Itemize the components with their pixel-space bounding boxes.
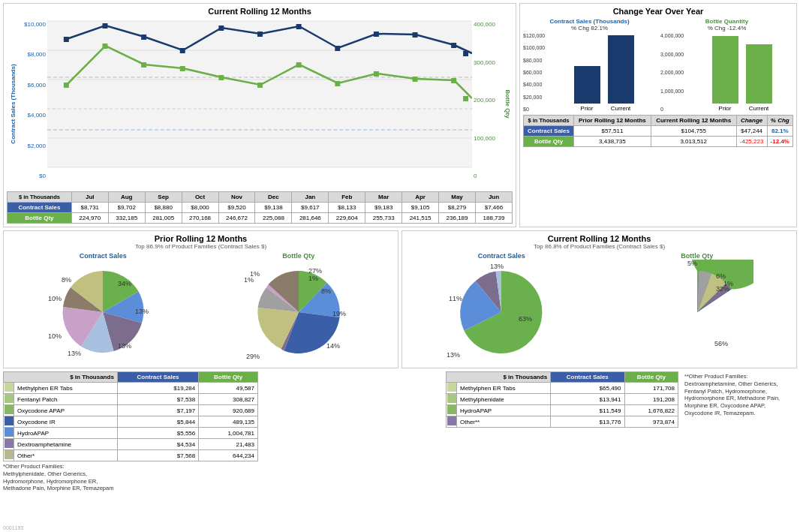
svg-text:13%: 13%	[490, 263, 504, 270]
svg-text:8%: 8%	[321, 287, 331, 295]
current-bottle-pie-svg: 56% 32% 5% 6% 1%	[641, 260, 753, 365]
svg-rect-10	[102, 23, 107, 29]
y-right-label: Bottle Qty	[504, 89, 511, 118]
watermark: 0001193	[3, 525, 23, 530]
table-row: Oxycodone APAP $7,197 920,689	[4, 405, 258, 416]
table-row: Oxycodone IR $5,844 489,135	[4, 416, 258, 428]
table-row: Methylphenidate $13,941 191,208	[447, 394, 678, 405]
y-left-ticks: $10,000 $8,000 $6,000 $4,000 $2,000 $0	[19, 17, 47, 190]
yoy-contract-section: Contract Sales (Thousands) % Chg 82.1% $…	[523, 18, 656, 112]
y-right-ticks: 400,000 300,000 200,000 100,000 0	[472, 17, 502, 190]
current-footnote-section: **Other Product Families:Dextroamphetami…	[684, 371, 797, 492]
svg-rect-23	[141, 62, 146, 68]
contract-bars: Prior Current	[552, 33, 656, 112]
svg-rect-14	[257, 32, 263, 37]
bottle-current-bar: Current	[746, 44, 772, 112]
prior-pies-subtitle: Top 86.9% of Product Families (Contract …	[7, 243, 395, 250]
table-row: Other** $13,776 973,874	[447, 416, 678, 428]
svg-text:56%: 56%	[714, 340, 728, 347]
table-row: HydroAPAP $11,549 1,676,822	[447, 405, 678, 416]
current-bottle-label: Bottle Qty	[681, 252, 713, 260]
svg-rect-13	[218, 26, 224, 31]
svg-text:5%: 5%	[687, 260, 697, 267]
svg-rect-0	[47, 21, 472, 167]
svg-text:1%: 1%	[308, 275, 318, 282]
prior-table-section: $ in Thousands Contract Sales Bottle Qty…	[3, 371, 258, 492]
svg-text:1%: 1%	[250, 270, 260, 278]
svg-rect-26	[257, 83, 263, 88]
current-contract-pie-svg: 63% 13% 11% 13%	[445, 260, 558, 365]
yoy-data-table: $ in Thousands Prior Rolling 12 Months C…	[523, 115, 793, 147]
chart-plot-area	[47, 17, 472, 190]
svg-rect-25	[218, 75, 224, 80]
table-row: Methylphen ER Tabs $65,490 171,708	[447, 383, 678, 394]
svg-rect-32	[463, 96, 468, 101]
svg-text:19%: 19%	[332, 310, 346, 317]
svg-text:27%: 27%	[308, 267, 322, 275]
yoy-bottle-section: Bottle Quantity % Chg -12.4% 4,000,000 3…	[660, 18, 793, 112]
yoy-bottle-label: Bottle Quantity	[660, 18, 793, 25]
svg-rect-17	[374, 32, 379, 37]
svg-text:13%: 13%	[68, 350, 81, 357]
prior-footnote: *Other Product Families:Methylphenidate,…	[3, 463, 258, 492]
svg-rect-16	[335, 46, 340, 51]
svg-text:8%: 8%	[62, 276, 71, 284]
header-label: $ in Thousands	[8, 192, 72, 203]
table-row: Other* $7,568 644,234	[4, 450, 258, 461]
table-row: HydroAPAP $5,556 1,004,781	[4, 428, 258, 439]
svg-text:10%: 10%	[48, 332, 62, 340]
main-line-chart: Current Rolling 12 Months Contract Sales…	[3, 3, 516, 227]
svg-text:13%: 13%	[118, 342, 131, 350]
spacer	[261, 371, 443, 492]
line-chart-svg	[47, 17, 472, 190]
table-row: Dextroamphetamine $4,534 21,483	[4, 439, 258, 450]
current-footnote: **Other Product Families:Dextroamphetami…	[684, 373, 797, 417]
bottle-y-labels: 4,000,000 3,000,000 2,000,000 1,000,000 …	[660, 33, 684, 112]
contract-prior-bar: Prior	[574, 66, 600, 112]
current-data-table: $ in Thousands Contract Sales Bottle Qty…	[446, 371, 678, 428]
yoy-chart-container: Change Year Over Year Contract Sales (Th…	[519, 3, 797, 227]
yoy-title: Change Year Over Year	[523, 7, 793, 16]
prior-pies-section: Prior Rolling 12 Months Top 86.9% of Pro…	[3, 230, 398, 368]
svg-text:13%: 13%	[135, 308, 149, 315]
bottle-prior-bar: Prior	[712, 36, 738, 112]
svg-text:34%: 34%	[118, 280, 131, 287]
svg-rect-21	[64, 83, 69, 88]
contract-y-labels: $120,000 $100,000 $80,000 $60,000 $40,00…	[523, 33, 545, 112]
svg-rect-15	[296, 24, 302, 29]
svg-rect-29	[374, 71, 379, 77]
svg-rect-30	[413, 77, 418, 82]
main-chart-title: Current Rolling 12 Months	[7, 7, 513, 16]
svg-text:63%: 63%	[519, 315, 532, 323]
main-data-table: $ in Thousands Jul Aug Sep Oct Nov Dec J…	[7, 191, 513, 224]
svg-text:14%: 14%	[326, 342, 340, 350]
prior-contract-pie-svg: 34% 13% 13% 13% 10% 10% 8%	[47, 260, 159, 365]
current-table-section: $ in Thousands Contract Sales Bottle Qty…	[446, 371, 678, 492]
prior-contract-pie: Contract Sales	[7, 252, 200, 365]
yoy-contract-pct: % Chg 82.1%	[523, 25, 656, 32]
svg-rect-22	[102, 44, 107, 49]
svg-rect-18	[413, 32, 418, 38]
svg-text:29%: 29%	[246, 353, 260, 360]
prior-data-table: $ in Thousands Contract Sales Bottle Qty…	[3, 371, 258, 461]
table-row: Methylphen ER Tabs $19,284 49,587	[4, 383, 258, 394]
svg-rect-20	[463, 51, 468, 56]
svg-text:13%: 13%	[447, 351, 460, 359]
svg-text:6%: 6%	[716, 272, 726, 280]
current-pies-title: Current Rolling 12 Months	[405, 234, 793, 243]
table-row: Fentanyl Patch $7,538 308,827	[4, 394, 258, 405]
current-pies-subtitle: Top 86.8% of Product Families (Contract …	[405, 243, 793, 250]
prior-bottle-label: Bottle Qty	[282, 252, 314, 260]
y-left-label: Contract Sales (Thousands)	[10, 64, 17, 143]
current-bottle-pie: Bottle Qty 56% 32% 5% 6%	[601, 252, 794, 365]
prior-bottle-pie: Bottle Qty	[203, 252, 395, 365]
svg-rect-11	[141, 35, 146, 40]
svg-rect-28	[335, 81, 340, 86]
svg-rect-24	[180, 66, 185, 71]
svg-rect-9	[64, 37, 69, 42]
yoy-contract-label: Contract Sales (Thousands)	[523, 18, 656, 25]
svg-text:10%: 10%	[48, 295, 62, 302]
svg-text:1%: 1%	[723, 280, 733, 287]
svg-text:11%: 11%	[449, 295, 462, 302]
current-contract-label: Contract Sales	[478, 252, 525, 260]
